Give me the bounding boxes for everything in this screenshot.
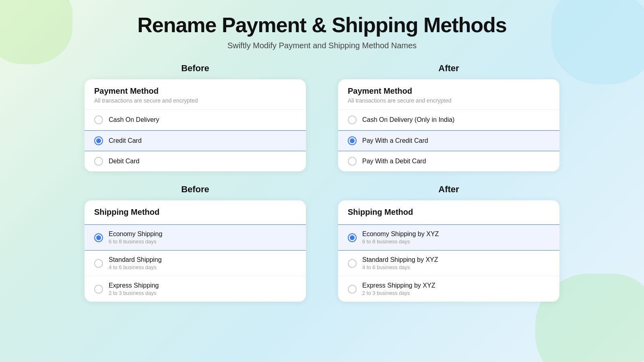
option-label: Credit Card bbox=[109, 137, 142, 144]
payment-after-title: Payment Method bbox=[348, 86, 550, 96]
option-label: Cash On Delivery bbox=[109, 116, 159, 123]
option-sublabel: 6 to 8 business days bbox=[109, 239, 162, 245]
option-row[interactable]: Express Shipping2 to 3 business days bbox=[85, 276, 306, 302]
payment-after-col: After Payment Method All transactions ar… bbox=[338, 63, 559, 171]
option-label: Economy Shipping bbox=[109, 230, 162, 238]
option-text-block: Economy Shipping by XYZ6 to 8 business d… bbox=[362, 230, 439, 245]
option-row[interactable]: Economy Shipping6 to 8 business days bbox=[85, 224, 306, 251]
option-row[interactable]: Debit Card bbox=[85, 151, 306, 171]
shipping-before-title: Shipping Method bbox=[94, 208, 296, 217]
radio-icon bbox=[94, 259, 103, 268]
radio-icon bbox=[348, 157, 357, 166]
shipping-after-col: After Shipping Method Economy Shipping b… bbox=[338, 184, 559, 302]
option-text-block: Standard Shipping4 to 6 business days bbox=[109, 256, 162, 270]
payment-after-options: Cash On Delivery (Only in India)Pay With… bbox=[338, 110, 559, 171]
option-row[interactable]: Cash On Delivery (Only in India) bbox=[338, 110, 559, 130]
payment-before-card: Payment Method All transactions are secu… bbox=[85, 79, 306, 171]
shipping-before-header: Shipping Method bbox=[85, 200, 306, 224]
payment-before-title: Payment Method bbox=[94, 86, 296, 96]
after-label-shipping: After bbox=[338, 184, 559, 195]
option-label: Standard Shipping by XYZ bbox=[362, 256, 438, 263]
radio-icon bbox=[348, 115, 357, 124]
option-row[interactable]: Standard Shipping by XYZ4 to 6 business … bbox=[338, 251, 559, 276]
option-label: Cash On Delivery (Only in India) bbox=[362, 116, 454, 123]
payment-before-col: Before Payment Method All transactions a… bbox=[85, 63, 306, 171]
option-row[interactable]: Economy Shipping by XYZ6 to 8 business d… bbox=[338, 224, 559, 251]
shipping-after-header: Shipping Method bbox=[338, 200, 559, 224]
option-text-block: Pay With a Credit Card bbox=[362, 137, 428, 144]
radio-icon bbox=[94, 157, 103, 166]
option-label: Express Shipping by XYZ bbox=[362, 282, 435, 289]
radio-inner-dot bbox=[350, 235, 355, 240]
option-row[interactable]: Standard Shipping4 to 6 business days bbox=[85, 251, 306, 276]
option-label: Express Shipping bbox=[109, 282, 159, 289]
payment-after-card: Payment Method All transactions are secu… bbox=[338, 79, 559, 171]
option-label: Debit Card bbox=[109, 158, 139, 165]
radio-inner-dot bbox=[350, 138, 355, 143]
radio-inner-dot bbox=[96, 235, 101, 240]
payment-before-subtitle: All transactions are secure and encrypte… bbox=[94, 97, 296, 104]
option-text-block: Debit Card bbox=[109, 158, 139, 165]
option-sublabel: 6 to 8 business days bbox=[362, 239, 439, 245]
shipping-after-options: Economy Shipping by XYZ6 to 8 business d… bbox=[338, 224, 559, 302]
option-sublabel: 2 to 3 business days bbox=[109, 290, 159, 296]
payment-after-header: Payment Method All transactions are secu… bbox=[338, 79, 559, 110]
option-row[interactable]: Express Shipping by XYZ2 to 3 business d… bbox=[338, 276, 559, 302]
page-subtitle: Swiftly Modify Payment and Shipping Meth… bbox=[227, 41, 417, 50]
option-sublabel: 4 to 6 business days bbox=[109, 264, 162, 270]
payment-before-options: Cash On DeliveryCredit CardDebit Card bbox=[85, 110, 306, 171]
page-title: Rename Payment & Shipping Methods bbox=[137, 13, 507, 37]
radio-icon bbox=[348, 233, 357, 242]
option-text-block: Express Shipping2 to 3 business days bbox=[109, 282, 159, 296]
after-label-payment: After bbox=[338, 63, 559, 74]
option-text-block: Standard Shipping by XYZ4 to 6 business … bbox=[362, 256, 438, 270]
radio-icon bbox=[94, 136, 103, 145]
shipping-before-options: Economy Shipping6 to 8 business daysStan… bbox=[85, 224, 306, 302]
option-sublabel: 2 to 3 business days bbox=[362, 290, 435, 296]
option-sublabel: 4 to 6 business days bbox=[362, 264, 438, 270]
option-text-block: Cash On Delivery bbox=[109, 116, 159, 123]
option-text-block: Express Shipping by XYZ2 to 3 business d… bbox=[362, 282, 435, 296]
radio-icon bbox=[348, 259, 357, 268]
radio-icon bbox=[94, 285, 103, 294]
option-label: Pay With a Debit Card bbox=[362, 158, 426, 165]
shipping-after-title: Shipping Method bbox=[348, 208, 550, 217]
shipping-after-card: Shipping Method Economy Shipping by XYZ6… bbox=[338, 200, 559, 302]
sections-grid: Before Payment Method All transactions a… bbox=[85, 63, 559, 302]
radio-icon bbox=[348, 285, 357, 294]
radio-inner-dot bbox=[96, 138, 101, 143]
shipping-before-col: Before Shipping Method Economy Shipping6… bbox=[85, 184, 306, 302]
option-label: Standard Shipping bbox=[109, 256, 162, 263]
option-row[interactable]: Pay With a Credit Card bbox=[338, 130, 559, 151]
payment-after-subtitle: All transactions are secure and encrypte… bbox=[348, 97, 550, 104]
option-row[interactable]: Pay With a Debit Card bbox=[338, 151, 559, 171]
option-text-block: Pay With a Debit Card bbox=[362, 158, 426, 165]
shipping-before-card: Shipping Method Economy Shipping6 to 8 b… bbox=[85, 200, 306, 302]
payment-before-header: Payment Method All transactions are secu… bbox=[85, 79, 306, 110]
radio-icon bbox=[94, 233, 103, 242]
option-text-block: Credit Card bbox=[109, 137, 142, 144]
page-container: Rename Payment & Shipping Methods Swiftl… bbox=[0, 0, 644, 362]
option-text-block: Cash On Delivery (Only in India) bbox=[362, 116, 454, 123]
option-row[interactable]: Cash On Delivery bbox=[85, 110, 306, 130]
option-text-block: Economy Shipping6 to 8 business days bbox=[109, 230, 162, 245]
option-label: Economy Shipping by XYZ bbox=[362, 230, 439, 238]
radio-icon bbox=[348, 136, 357, 145]
before-label-shipping: Before bbox=[85, 184, 306, 195]
radio-icon bbox=[94, 115, 103, 124]
before-label-payment: Before bbox=[85, 63, 306, 74]
option-row[interactable]: Credit Card bbox=[85, 130, 306, 151]
option-label: Pay With a Credit Card bbox=[362, 137, 428, 144]
